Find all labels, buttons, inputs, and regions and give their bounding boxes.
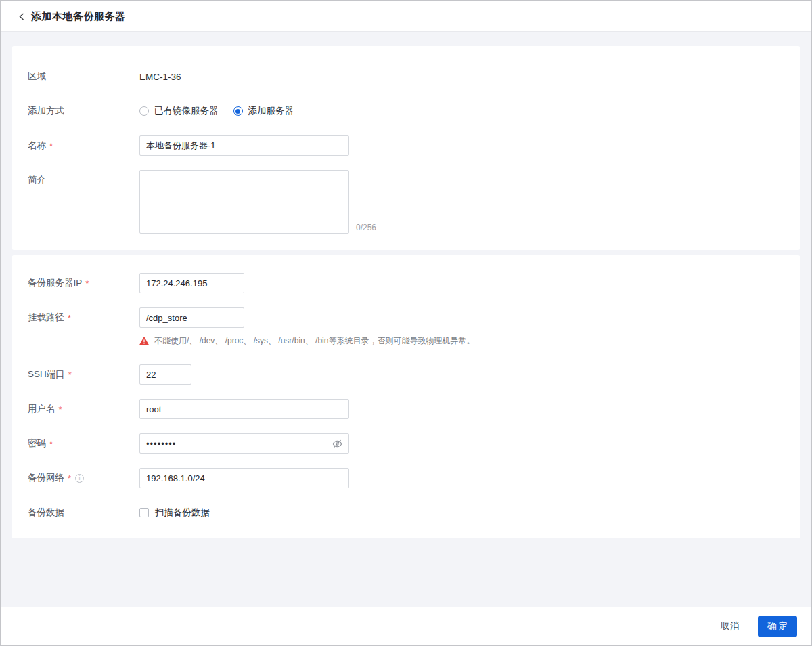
mount-path-warning: 不能使用/、 /dev、 /proc、 /sys、 /usr/bin、 /bin…	[139, 335, 784, 347]
mount-path-input[interactable]	[139, 307, 244, 328]
region-value: EMC-1-36	[139, 72, 181, 82]
warning-text: 不能使用/、 /dev、 /proc、 /sys、 /usr/bin、 /bin…	[154, 335, 474, 347]
backup-network-row: 备份网络 * i	[28, 468, 784, 488]
radio-label-add: 添加服务器	[248, 105, 294, 117]
scan-backup-data-label: 扫描备份数据	[155, 507, 210, 519]
server-info-card: 备份服务器IP * 挂载路径 * 不能使用/、 /dev、 /proc、 /sy…	[12, 255, 800, 538]
footer-action-bar: 取消 确定	[1, 607, 811, 645]
username-row: 用户名 *	[28, 399, 784, 419]
chevron-left-icon	[18, 13, 26, 20]
backup-network-label-text: 备份网络	[28, 468, 64, 488]
username-label: 用户名 *	[28, 399, 139, 419]
mount-path-label-text: 挂载路径	[28, 307, 64, 328]
confirm-button[interactable]: 确定	[758, 616, 797, 637]
back-button[interactable]	[15, 9, 28, 23]
password-input-wrap	[139, 433, 349, 454]
username-input[interactable]	[139, 399, 349, 419]
ssh-port-label: SSH端口 *	[28, 364, 139, 385]
add-method-radio-group: 已有镜像服务器 添加服务器	[139, 105, 294, 117]
radio-unchecked-icon[interactable]	[139, 106, 149, 116]
char-counter: 0/256	[356, 223, 376, 232]
backup-ip-label: 备份服务器IP *	[28, 273, 139, 293]
basic-info-card: 区域 EMC-1-36 添加方式 已有镜像服务器 添加服务器 名称 *	[12, 46, 800, 250]
eye-slash-icon	[332, 439, 343, 449]
backup-ip-label-text: 备份服务器IP	[28, 273, 82, 293]
backup-network-label: 备份网络 * i	[28, 468, 139, 488]
backup-ip-row: 备份服务器IP *	[28, 273, 784, 293]
password-label-text: 密码	[28, 433, 46, 454]
required-asterisk: *	[68, 365, 72, 385]
required-asterisk: *	[59, 400, 62, 420]
checkbox-unchecked-icon[interactable]	[139, 508, 149, 517]
name-label-text: 名称	[28, 135, 46, 156]
mount-path-row: 挂载路径 *	[28, 307, 784, 328]
page-header: 添加本地备份服务器	[1, 1, 811, 32]
description-row: 简介 0/256	[28, 170, 784, 234]
name-row: 名称 *	[28, 135, 784, 156]
password-row: 密码 *	[28, 433, 784, 454]
radio-checked-icon[interactable]	[233, 106, 243, 116]
form-content: 区域 EMC-1-36 添加方式 已有镜像服务器 添加服务器 名称 *	[1, 32, 811, 607]
required-asterisk: *	[68, 308, 71, 328]
ssh-port-row: SSH端口 *	[28, 364, 784, 385]
password-input[interactable]	[139, 433, 349, 454]
name-input[interactable]	[139, 135, 349, 156]
description-textarea[interactable]	[139, 170, 349, 234]
ssh-port-input[interactable]	[139, 364, 191, 385]
backup-network-input[interactable]	[139, 468, 349, 488]
toggle-password-visibility-button[interactable]	[331, 437, 343, 450]
name-label: 名称 *	[28, 135, 139, 156]
scan-backup-data-option[interactable]: 扫描备份数据	[139, 507, 210, 519]
radio-label-existing: 已有镜像服务器	[154, 105, 219, 117]
ssh-port-label-text: SSH端口	[28, 364, 65, 385]
add-method-row: 添加方式 已有镜像服务器 添加服务器	[28, 101, 784, 121]
backup-ip-input[interactable]	[139, 273, 244, 293]
radio-existing-image-server[interactable]: 已有镜像服务器	[139, 105, 219, 117]
backup-data-row: 备份数据 扫描备份数据	[28, 502, 784, 523]
required-asterisk: *	[49, 136, 53, 156]
required-asterisk: *	[49, 434, 53, 454]
region-label: 区域	[28, 66, 139, 87]
cancel-button[interactable]: 取消	[719, 616, 740, 637]
backup-data-label: 备份数据	[28, 502, 139, 523]
region-row: 区域 EMC-1-36	[28, 66, 784, 87]
username-label-text: 用户名	[28, 399, 55, 419]
warning-triangle-icon	[139, 337, 149, 345]
description-label: 简介	[28, 170, 139, 190]
info-icon[interactable]: i	[75, 474, 84, 483]
password-label: 密码 *	[28, 433, 139, 454]
mount-path-label: 挂载路径 *	[28, 307, 139, 328]
page-title: 添加本地备份服务器	[31, 10, 126, 23]
add-method-label: 添加方式	[28, 101, 139, 121]
required-asterisk: *	[68, 469, 71, 489]
radio-add-server[interactable]: 添加服务器	[233, 105, 294, 117]
required-asterisk: *	[85, 274, 89, 294]
